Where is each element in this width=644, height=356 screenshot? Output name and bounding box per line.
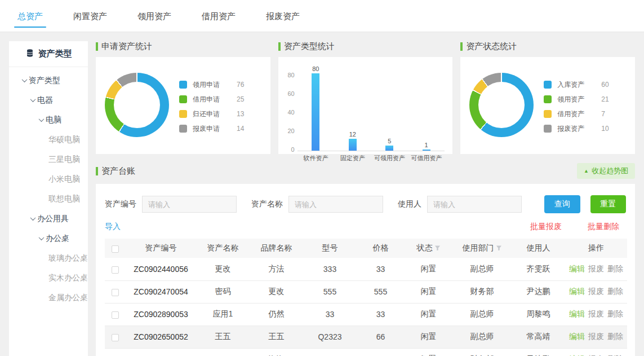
tab-scrapped-assets[interactable]: 报废资产 (263, 11, 303, 32)
tab-borrowed-assets[interactable]: 借用资产 (198, 11, 239, 32)
col-price: 价格 (357, 239, 405, 258)
select-checkbox[interactable] (112, 266, 119, 274)
filter-icon[interactable] (434, 244, 441, 253)
legend-item[interactable]: 报废申请14 (179, 121, 244, 136)
tree-item-asus-computer[interactable]: 华硕电脑 (9, 130, 88, 150)
status-donut-card: 入库资产60 领用资产21 借用资产7 报废资产10 (460, 57, 635, 154)
chart-title: 资产状态统计 (466, 41, 517, 52)
reset-button[interactable]: 重置 (590, 195, 627, 213)
delete-link[interactable]: 删除 (607, 264, 623, 273)
table-row: ZC0902380048 GG 淘淘 W434 55 闲置 财务部 尹达鹏 编辑… (105, 348, 627, 356)
ledger-title: 资产台账 (96, 166, 135, 177)
legend-item[interactable]: 借用资产7 (544, 107, 609, 121)
tree-item-metal-desk[interactable]: 金属办公桌 (9, 288, 88, 307)
tree-item-solid-wood-desk[interactable]: 实木办公桌 (9, 268, 88, 288)
edit-link[interactable]: 编辑 (569, 264, 585, 273)
asset-id-filter-input[interactable] (142, 196, 237, 213)
user-filter-label: 使用人 (398, 199, 421, 209)
tree-item-glass-desk[interactable]: 玻璃办公桌 (9, 248, 88, 268)
tree-item-computer[interactable]: 电脑 (9, 110, 88, 130)
select-all-checkbox[interactable] (112, 245, 119, 253)
section-title: 资产状态统计 (460, 41, 635, 52)
chart-title: 资产类型统计 (284, 41, 335, 52)
delete-link[interactable]: 删除 (607, 332, 623, 341)
import-link[interactable]: 导入 (105, 222, 121, 232)
scrap-link[interactable]: 报废 (588, 309, 604, 318)
asset-type-tree: 资产类型 电器 电脑 华硕电脑 三星电脑 小米电脑 联想电脑 办公用具 办公桌 … (9, 67, 88, 307)
legend-swatch (544, 110, 552, 118)
batch-scrap-link[interactable]: 批量报废 (530, 222, 562, 232)
col-actions: 操作 (565, 239, 627, 258)
edit-link[interactable]: 编辑 (569, 287, 585, 296)
asset-name-filter-label: 资产名称 (251, 199, 283, 209)
chevron-down-icon (22, 77, 28, 82)
asset-status-stats-section: 资产状态统计 入库资产60 领用资产21 借用资产7 报废资产10 (460, 41, 635, 154)
legend-swatch (544, 125, 552, 133)
legend-item[interactable]: 入库资产60 (544, 77, 609, 92)
tab-claimed-assets[interactable]: 领用资产 (134, 11, 175, 32)
tree-item-office-supplies[interactable]: 办公用具 (9, 209, 88, 228)
section-title: 资产类型统计 (278, 41, 453, 52)
select-checkbox[interactable] (112, 289, 119, 296)
batch-delete-link[interactable]: 批量删除 (588, 222, 619, 232)
status-donut-chart (469, 73, 534, 137)
col-user: 使用人 (512, 239, 565, 258)
ledger-card: 资产编号 资产名称 使用人 查询 重置 导入 批量报废 批量删除 (96, 184, 635, 356)
legend-item[interactable]: 领用资产21 (544, 92, 609, 107)
title-bar-accent (96, 42, 98, 51)
chevron-down-icon (39, 116, 45, 122)
col-brand: 品牌名称 (250, 239, 303, 258)
filter-icon[interactable] (496, 244, 502, 253)
tree-item-xiaomi-computer[interactable]: 小米电脑 (9, 169, 88, 189)
bar-fixed-assets[interactable]: 12 (334, 131, 371, 151)
tree-item-office-desk[interactable]: 办公桌 (9, 228, 88, 248)
tree-item-samsung-computer[interactable]: 三星电脑 (9, 150, 88, 169)
bar-chart: 80 60 40 20 0 80 12 5 1 (278, 57, 453, 166)
tree-item-electronics[interactable]: 电器 (9, 90, 88, 110)
title-bar-accent (96, 167, 98, 175)
scrap-link[interactable]: 报废 (588, 332, 604, 341)
col-asset-name: 资产名称 (196, 239, 250, 258)
asset-type-bar-card: 80 60 40 20 0 80 12 5 1 (278, 57, 453, 154)
legend-item[interactable]: 报废资产10 (544, 121, 609, 136)
bar-borrowable-assets[interactable]: 1 (408, 142, 445, 151)
table-header-row: 资产编号 资产名称 品牌名称 型号 价格 状态 使用部门 使用人 操作 (105, 239, 627, 258)
query-button[interactable]: 查询 (544, 195, 580, 213)
triangle-up-icon: ▲ (584, 168, 589, 174)
col-model: 型号 (303, 239, 357, 258)
user-filter-input[interactable] (427, 196, 522, 213)
top-tab-bar: 总资产 闲置资产 领用资产 借用资产 报废资产 (0, 0, 644, 32)
asset-name-filter-input[interactable] (288, 196, 383, 213)
delete-link[interactable]: 删除 (607, 287, 623, 296)
table-row: ZC0902470054 密码 更改 555 555 闲置 财务部 尹达鹏 编辑… (105, 280, 627, 303)
scrap-link[interactable]: 报废 (588, 287, 604, 296)
table-row: ZC0902890053 应用1 仍然 33 33 闲置 副总师 周黎鸣 编辑报… (105, 303, 627, 326)
legend-swatch (179, 81, 187, 89)
legend-item[interactable]: 借用申请25 (179, 92, 244, 107)
section-title: 申请资产统计 (96, 41, 270, 52)
title-bar-accent (278, 42, 281, 51)
col-status: 状态 (405, 239, 452, 258)
bar-claimable-assets[interactable]: 5 (371, 138, 408, 151)
legend-swatch (544, 81, 552, 89)
tab-total-assets[interactable]: 总资产 (14, 11, 46, 32)
asset-type-sidebar: 资产类型 资产类型 电器 电脑 华硕电脑 三星电脑 小米电脑 联想电脑 办公用具… (9, 41, 88, 356)
select-checkbox[interactable] (112, 311, 119, 319)
legend-item[interactable]: 归还申请13 (179, 107, 244, 121)
application-donut-chart (105, 73, 169, 137)
delete-link[interactable]: 删除 (607, 309, 623, 318)
edit-link[interactable]: 编辑 (569, 309, 585, 318)
tree-item-lenovo-computer[interactable]: 联想电脑 (9, 189, 88, 209)
tree-item-asset-type[interactable]: 资产类型 (9, 71, 88, 90)
legend-swatch (179, 95, 187, 103)
scrap-link[interactable]: 报废 (588, 264, 604, 273)
x-axis-labels: 软件资产 固定资产 可领用资产 可借用资产 (297, 154, 445, 162)
edit-link[interactable]: 编辑 (569, 332, 585, 341)
chevron-down-icon (30, 215, 36, 221)
tab-idle-assets[interactable]: 闲置资产 (70, 11, 110, 32)
legend-item[interactable]: 领用申请76 (179, 77, 244, 92)
collapse-trend-chart-button[interactable]: ▲ 收起趋势图 (577, 163, 635, 179)
select-checkbox[interactable] (112, 334, 119, 341)
database-icon (25, 49, 34, 59)
bar-software-assets[interactable]: 80 (297, 65, 334, 151)
